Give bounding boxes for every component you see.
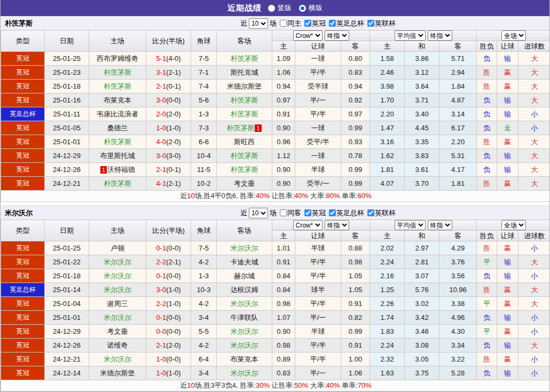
radio-icon[interactable] — [268, 5, 275, 12]
result-cell: 负 — [477, 366, 497, 380]
match-row: 英冠25-01-01朴茨茅斯4-0(2-0)6-6斯旺西0.96受平/半0.93… — [1, 135, 550, 149]
handicap-result-cell: 赢 — [497, 297, 518, 311]
odds-home-cell: 0.96 — [272, 135, 295, 149]
away-team-cell: 考文垂 — [217, 177, 272, 191]
goals-result-cell: 大 — [518, 297, 550, 311]
home-team-cell: 西布罗姆维奇 — [89, 52, 146, 66]
corners-cell: 4-2 — [191, 339, 217, 352]
handicap-result-cell: 赢 — [497, 80, 518, 93]
corners-cell: 5-6 — [191, 93, 217, 107]
competition-checkbox-2[interactable] — [367, 20, 374, 27]
away-team-cell: 朴茨茅斯 — [217, 149, 272, 163]
competition-checkbox-label[interactable]: 英冠 — [312, 19, 326, 28]
home-team-cell: 米德尔斯堡 — [89, 366, 146, 380]
home-team-cell: 韦康比流浪者 — [89, 107, 146, 121]
sub-col-header: 进球数 — [518, 231, 550, 241]
score-cell: 0-1(0-0) — [146, 241, 191, 255]
recent-count-select[interactable]: 10 — [249, 18, 268, 29]
competition-checkbox-1[interactable] — [329, 20, 336, 27]
result-cell: 平 — [477, 255, 497, 269]
avg-draw-cell: 3.64 — [405, 80, 439, 93]
same-venue-label[interactable]: 同客 — [287, 208, 301, 218]
corners-cell: 7-5 — [191, 241, 217, 255]
handicap-cell: 球半 — [295, 283, 341, 297]
avg-draw-cell: 5.76 — [405, 283, 439, 297]
odds-source-select[interactable]: Crow* — [293, 30, 323, 41]
same-venue-checkbox[interactable] — [280, 20, 287, 27]
match-row: 英冠24-12-29考文垂0-0(0-0)5-5米尔沃尔0.90半球0.991.… — [1, 325, 550, 339]
match-date: 24-12-14 — [45, 366, 89, 380]
handicap-result-cell: 赢 — [497, 135, 518, 149]
layout-radio-vertical[interactable]: 竖版 — [268, 3, 292, 13]
odds-home-cell: 1.01 — [272, 241, 295, 255]
avg-away-cell: 4.17 — [439, 163, 477, 177]
home-team-cell: 谢周三 — [89, 297, 146, 311]
competition-badge: 英冠 — [1, 311, 45, 325]
halftime-score: (0-0) — [166, 327, 180, 335]
odds-source-select[interactable]: Crow* — [293, 220, 323, 230]
home-team-cell: 米尔沃尔 — [89, 352, 146, 366]
odds-away-cell: 0.94 — [341, 80, 370, 93]
home-team-name: 考文垂 — [107, 327, 128, 335]
competition-checkbox-0[interactable] — [304, 209, 311, 216]
away-team-name: 斯旺西 — [234, 138, 255, 146]
halftime-score: (0-0) — [166, 244, 180, 252]
sub-col-header: 客 — [439, 41, 477, 52]
home-team-name: 诺维奇 — [107, 341, 128, 349]
col-header: 客场 — [217, 30, 272, 52]
avg-odds-select[interactable]: 平均值 — [395, 30, 426, 41]
goals-result-cell: 大 — [518, 52, 550, 66]
avg-final-select[interactable]: 终指 — [428, 220, 452, 230]
away-team-name: 赫尔城 — [234, 272, 255, 280]
competition-checkbox-label[interactable]: 英冠 — [312, 208, 326, 218]
avg-home-cell: 1.25 — [370, 283, 405, 297]
sub-col-header: 让球 — [497, 41, 518, 52]
competition-checkbox-0[interactable] — [304, 20, 311, 27]
competition-checkbox-2[interactable] — [367, 209, 374, 216]
home-team-cell: 米尔沃尔 — [89, 269, 146, 283]
match-row: 英冠25-01-25西布罗姆维奇5-1(4-0)7-5朴茨茅斯1.09一球0.8… — [1, 52, 550, 66]
competition-checkbox-label[interactable]: 英联杯 — [375, 208, 396, 218]
odds-final-select[interactable]: 终指 — [325, 220, 349, 230]
halftime-score: (0-1) — [166, 166, 180, 174]
competition-checkbox-1[interactable] — [329, 209, 336, 216]
scope-select[interactable]: 全场 — [501, 30, 526, 41]
sub-col-header: 和 — [405, 41, 439, 52]
same-venue-checkbox[interactable] — [280, 209, 287, 216]
home-team-name: 朴茨茅斯 — [104, 68, 131, 76]
avg-odds-select[interactable]: 平均值 — [395, 220, 426, 230]
home-team-cell: 1沃特福德 — [89, 163, 146, 177]
col-header: 日期 — [45, 30, 89, 52]
sub-col-header: 让球 — [295, 41, 341, 52]
avg-final-select[interactable]: 终指 — [428, 30, 452, 41]
odds-home-cell: 0.90 — [272, 121, 295, 135]
scope-select[interactable]: 全场 — [501, 220, 526, 230]
competition-checkbox-label[interactable]: 英足总杯 — [336, 208, 364, 218]
home-team-name: 朴茨茅斯 — [104, 138, 131, 146]
avg-home-cell: 1.63 — [370, 366, 405, 380]
summary-text: 近10场,胜4平0负6, 胜率:40% 让胜率:40% 大率:80% 单率:60… — [1, 191, 550, 202]
recent-count-select[interactable]: 10 — [249, 208, 268, 218]
competition-checkbox-label[interactable]: 英足总杯 — [336, 19, 364, 28]
goals-result-cell: 大 — [518, 255, 550, 269]
radio-icon[interactable] — [299, 5, 306, 12]
match-row: 英冠24-12-21朴茨茅斯4-1(2-1)10-2考文垂0.90受半/一0.9… — [1, 177, 550, 191]
competition-badge: 英冠 — [1, 80, 45, 93]
corners-cell: 10-4 — [191, 149, 217, 163]
same-venue-label[interactable]: 同主 — [287, 19, 301, 28]
away-team-cell: 朴茨茅斯 — [217, 52, 272, 66]
odds-away-cell: 0.82 — [341, 311, 370, 325]
fulltime-score: 3-0 — [156, 96, 166, 104]
layout-radio-horizontal[interactable]: 横版 — [299, 3, 323, 13]
away-team-name: 朴茨茅斯 — [231, 166, 258, 174]
home-team-name: 米尔沃尔 — [104, 258, 131, 266]
avg-away-cell: 3.76 — [439, 255, 477, 269]
home-team-cell: 朴茨茅斯 — [89, 80, 146, 93]
competition-checkbox-label[interactable]: 英联杯 — [375, 19, 396, 28]
result-cell: 胜 — [477, 135, 497, 149]
matches-label: 场 — [270, 19, 277, 28]
fulltime-score: 2-1 — [156, 341, 166, 349]
odds-final-select[interactable]: 终指 — [325, 30, 349, 41]
competition-badge: 英冠 — [1, 241, 45, 255]
score-cell: 1-0(0-0) — [146, 352, 191, 366]
